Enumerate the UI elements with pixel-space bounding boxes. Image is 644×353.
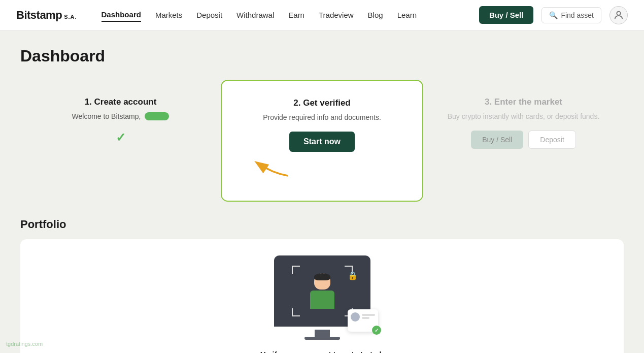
portfolio-title: Portfolio — [20, 218, 624, 231]
nav-item-deposit[interactable]: Deposit — [196, 9, 222, 21]
corner-tl — [292, 266, 300, 274]
step-1-title: 1. Create account — [36, 97, 206, 107]
header-buy-sell-button[interactable]: Buy / Sell — [479, 6, 534, 24]
person-head — [314, 273, 330, 290]
portfolio-card: 🔒 ✓ Verify your account to get started. — [20, 239, 624, 353]
search-icon: 🔍 — [549, 11, 558, 19]
step-2-card: 2. Get verified Provide required info an… — [225, 84, 419, 198]
id-card-row — [351, 312, 375, 322]
id-check-badge: ✓ — [372, 326, 381, 335]
step-3-desc: Buy crypto instantly with cards, or depo… — [438, 112, 608, 120]
id-avatar — [351, 312, 360, 322]
step-2-wrapper: 2. Get verified Provide required info an… — [221, 80, 423, 202]
nav-item-tradeview[interactable]: Tradeview — [319, 9, 354, 21]
nav-item-earn[interactable]: Earn — [288, 9, 304, 21]
person-hair — [314, 273, 330, 280]
header-actions: Buy / Sell 🔍 Find asset — [479, 6, 628, 24]
logo-suffix: S.A. — [64, 14, 77, 20]
nav-item-markets[interactable]: Markets — [155, 9, 182, 21]
kyc-illustration: 🔒 ✓ — [272, 255, 373, 342]
main-content: Dashboard 1. Create account Welcome to B… — [0, 30, 644, 353]
find-asset-label: Find asset — [561, 11, 594, 19]
step-1-check: ✓ — [36, 131, 206, 145]
step-3-card: 3. Enter the market Buy crypto instantly… — [426, 83, 621, 163]
logo[interactable]: Bitstamp S.A. — [16, 9, 77, 22]
watermark: tgdratings.com — [6, 341, 43, 347]
step-1-welcome: Welcome to Bitstamp, — [36, 112, 206, 120]
step-2-desc: Provide required info and documents. — [237, 113, 407, 121]
step-3-buttons: Buy / Sell Deposit — [438, 131, 608, 149]
nav-item-withdrawal[interactable]: Withdrawal — [236, 9, 274, 21]
nav-item-dashboard[interactable]: Dashboard — [101, 8, 141, 22]
lock-icon: 🔒 — [348, 271, 357, 281]
step-1-card: 1. Create account Welcome to Bitstamp, ✓ — [23, 83, 218, 159]
header: Bitstamp S.A. Dashboard Markets Deposit … — [0, 0, 644, 30]
nav-item-learn[interactable]: Learn — [397, 9, 417, 21]
id-line-2 — [362, 317, 370, 319]
find-asset-button[interactable]: 🔍 Find asset — [541, 7, 601, 23]
main-nav: Dashboard Markets Deposit Withdrawal Ear… — [101, 8, 463, 22]
page-title: Dashboard — [20, 47, 624, 66]
step-3-buy-sell-button: Buy / Sell — [471, 131, 523, 149]
user-avatar[interactable] — [609, 6, 628, 24]
welcome-text: Welcome to Bitstamp, — [72, 112, 141, 120]
person-figure — [310, 273, 334, 309]
id-line-1 — [362, 314, 375, 316]
step-1-wrapper: 1. Create account Welcome to Bitstamp, ✓ — [20, 80, 221, 202]
start-now-button[interactable]: Start now — [289, 132, 355, 152]
step-3-deposit-button: Deposit — [528, 131, 575, 149]
nav-item-blog[interactable]: Blog — [368, 9, 383, 21]
step-2-title: 2. Get verified — [237, 98, 407, 108]
step-3-wrapper: 3. Enter the market Buy crypto instantly… — [423, 80, 624, 202]
monitor-base — [304, 337, 340, 340]
onboarding-steps: 1. Create account Welcome to Bitstamp, ✓… — [20, 80, 624, 202]
scan-area: 🔒 — [292, 266, 353, 316]
person-body — [310, 291, 334, 309]
logo-text: Bitstamp — [16, 9, 62, 22]
id-card: ✓ — [348, 309, 378, 332]
id-lines — [362, 314, 375, 320]
step-3-title: 3. Enter the market — [438, 97, 608, 107]
annotation-arrow — [247, 153, 308, 178]
corner-bl — [292, 308, 300, 316]
username-badge — [145, 112, 169, 120]
verify-text: Verify your account to get started. — [260, 350, 384, 353]
svg-point-0 — [617, 11, 620, 15]
